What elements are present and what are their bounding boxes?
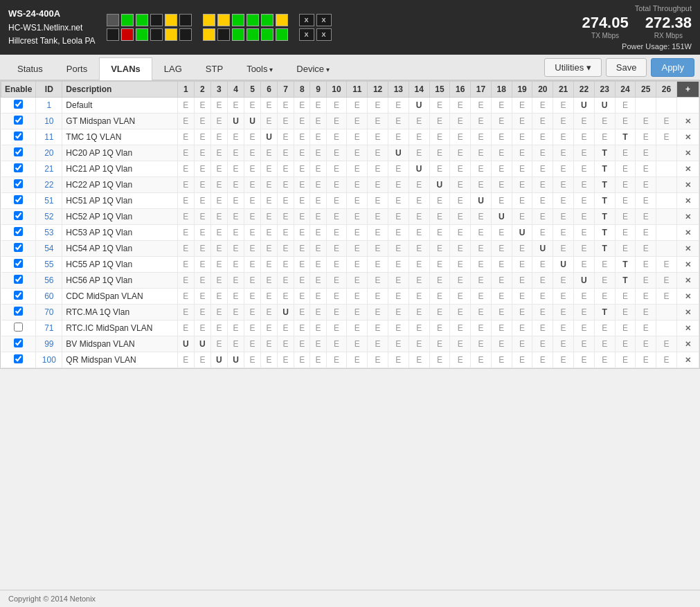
port-cell-3[interactable]: E bbox=[210, 114, 227, 129]
port-cell-11[interactable]: E bbox=[347, 129, 368, 145]
port-cell-6[interactable]: E bbox=[261, 161, 278, 177]
enable-checkbox[interactable] bbox=[14, 179, 23, 188]
port-cell-15[interactable]: E bbox=[429, 241, 450, 257]
port-cell-3[interactable]: E bbox=[210, 320, 227, 336]
port-cell-14[interactable]: E bbox=[409, 320, 429, 336]
port-cell-25[interactable]: E bbox=[636, 225, 656, 241]
tab-status[interactable]: Status bbox=[6, 57, 55, 80]
port-cell-12[interactable]: E bbox=[368, 352, 388, 368]
port-cell-15[interactable]: E bbox=[429, 98, 450, 114]
port-cell-23[interactable]: E bbox=[594, 289, 615, 305]
port-cell-10[interactable]: E bbox=[326, 114, 347, 129]
port-cell-6[interactable]: E bbox=[261, 225, 278, 241]
port-cell-3[interactable]: E bbox=[210, 98, 227, 114]
port-cell-13[interactable]: E bbox=[388, 257, 409, 273]
port-cell-21[interactable]: E bbox=[553, 193, 574, 209]
port-cell-8[interactable]: E bbox=[294, 320, 310, 336]
enable-checkbox[interactable] bbox=[14, 147, 23, 156]
delete-vlan-button[interactable]: ✕ bbox=[683, 116, 693, 126]
port-cell-5[interactable]: E bbox=[244, 320, 261, 336]
port-cell-19[interactable]: E bbox=[512, 129, 532, 145]
port-cell-25[interactable]: E bbox=[636, 320, 656, 336]
port-cell-8[interactable]: E bbox=[294, 193, 310, 209]
port-cell-22[interactable]: E bbox=[574, 129, 595, 145]
port-cell-24[interactable]: E bbox=[615, 241, 636, 257]
port-cell-15[interactable]: E bbox=[429, 193, 450, 209]
port-cell-19[interactable]: E bbox=[512, 145, 532, 161]
port-cell-13[interactable]: E bbox=[388, 320, 409, 336]
port-cell-10[interactable]: E bbox=[326, 161, 347, 177]
port-cell-23[interactable]: E bbox=[594, 352, 615, 368]
port-cell-9[interactable]: E bbox=[310, 241, 326, 257]
port-cell-16[interactable]: E bbox=[450, 273, 471, 289]
port-cell-6[interactable]: E bbox=[261, 209, 278, 225]
port-cell-23[interactable]: E bbox=[594, 320, 615, 336]
port-cell-7[interactable]: E bbox=[278, 145, 294, 161]
port-cell-16[interactable]: E bbox=[450, 129, 471, 145]
port-cell-24[interactable]: T bbox=[615, 257, 636, 273]
port-cell-9[interactable]: E bbox=[310, 145, 326, 161]
port-cell-7[interactable]: E bbox=[278, 336, 294, 352]
port-cell-14[interactable]: E bbox=[409, 129, 429, 145]
port-cell-7[interactable]: E bbox=[278, 98, 294, 114]
port-cell-6[interactable]: E bbox=[261, 352, 278, 368]
enable-checkbox[interactable] bbox=[14, 100, 23, 109]
delete-vlan-button[interactable]: ✕ bbox=[683, 260, 693, 269]
port-cell-15[interactable]: E bbox=[429, 161, 450, 177]
port-cell-1[interactable]: E bbox=[177, 161, 194, 177]
port-cell-26[interactable] bbox=[656, 241, 677, 257]
port-cell-17[interactable]: E bbox=[471, 98, 492, 114]
port-cell-3[interactable]: E bbox=[210, 305, 227, 320]
port-cell-6[interactable]: E bbox=[261, 273, 278, 289]
port-cell-22[interactable]: E bbox=[574, 320, 595, 336]
port-cell-20[interactable]: E bbox=[532, 161, 553, 177]
port-cell-9[interactable]: E bbox=[310, 257, 326, 273]
port-cell-2[interactable]: E bbox=[194, 177, 210, 193]
port-cell-24[interactable]: E bbox=[615, 305, 636, 320]
port-cell-13[interactable]: E bbox=[388, 129, 409, 145]
port-cell-26[interactable] bbox=[656, 305, 677, 320]
port-cell-23[interactable]: E bbox=[594, 129, 615, 145]
enable-checkbox[interactable] bbox=[14, 116, 23, 125]
port-cell-9[interactable]: E bbox=[310, 225, 326, 241]
port-cell-21[interactable]: E bbox=[553, 336, 574, 352]
port-cell-26[interactable] bbox=[656, 161, 677, 177]
port-cell-19[interactable]: E bbox=[512, 241, 532, 257]
port-cell-10[interactable]: E bbox=[326, 145, 347, 161]
port-cell-8[interactable]: E bbox=[294, 352, 310, 368]
port-cell-22[interactable]: E bbox=[574, 145, 595, 161]
port-cell-20[interactable]: E bbox=[532, 98, 553, 114]
port-cell-18[interactable]: E bbox=[491, 145, 512, 161]
port-cell-20[interactable]: E bbox=[532, 289, 553, 305]
port-cell-17[interactable]: E bbox=[471, 273, 492, 289]
port-cell-21[interactable]: E bbox=[553, 320, 574, 336]
port-cell-5[interactable]: E bbox=[244, 177, 261, 193]
save-button[interactable]: Save bbox=[606, 58, 647, 77]
port-cell-17[interactable]: E bbox=[471, 241, 492, 257]
port-cell-13[interactable]: E bbox=[388, 209, 409, 225]
port-cell-16[interactable]: E bbox=[450, 320, 471, 336]
port-cell-13[interactable]: E bbox=[388, 289, 409, 305]
port-cell-3[interactable]: U bbox=[210, 352, 227, 368]
port-cell-7[interactable]: E bbox=[278, 209, 294, 225]
utilities-button[interactable]: Utilities bbox=[544, 58, 602, 77]
port-cell-5[interactable]: E bbox=[244, 289, 261, 305]
port-cell-7[interactable]: E bbox=[278, 161, 294, 177]
delete-vlan-button[interactable]: ✕ bbox=[683, 132, 693, 142]
port-cell-17[interactable]: E bbox=[471, 145, 492, 161]
port-cell-15[interactable]: E bbox=[429, 145, 450, 161]
port-cell-26[interactable] bbox=[656, 320, 677, 336]
port-cell-21[interactable]: E bbox=[553, 161, 574, 177]
port-cell-4[interactable]: E bbox=[227, 336, 244, 352]
port-cell-18[interactable]: E bbox=[491, 177, 512, 193]
port-cell-13[interactable]: E bbox=[388, 114, 409, 129]
port-cell-10[interactable]: E bbox=[326, 177, 347, 193]
port-cell-14[interactable]: E bbox=[409, 114, 429, 129]
port-cell-24[interactable]: E bbox=[615, 114, 636, 129]
port-cell-11[interactable]: E bbox=[347, 273, 368, 289]
port-cell-23[interactable]: E bbox=[594, 336, 615, 352]
port-cell-15[interactable]: E bbox=[429, 209, 450, 225]
port-cell-20[interactable]: E bbox=[532, 209, 553, 225]
port-cell-21[interactable]: E bbox=[553, 129, 574, 145]
port-cell-24[interactable]: E bbox=[615, 161, 636, 177]
